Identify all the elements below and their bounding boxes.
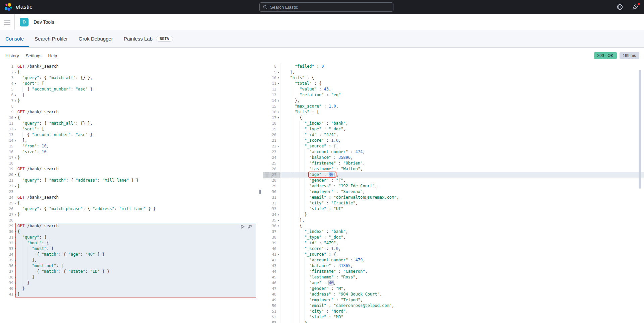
code-line[interactable]: 26 "query": { "match_phrase": { "address… [0, 206, 258, 212]
code-line[interactable]: 37 "_index" : "bank", [263, 229, 644, 235]
fold-toggle-icon[interactable]: ▴ [13, 280, 17, 286]
code-line[interactable]: 46 "age" : 40, [263, 280, 644, 286]
fold-toggle-icon[interactable]: ▾ [276, 252, 280, 257]
code-line[interactable]: 18 [0, 160, 258, 166]
fold-toggle-icon[interactable]: ▾ [13, 229, 17, 235]
pane-resizer[interactable] [258, 64, 263, 323]
code-line[interactable]: 28 "gender" : "F", [263, 178, 644, 183]
code-line[interactable]: 35▴ ], [0, 257, 258, 263]
global-search[interactable] [259, 2, 393, 12]
code-line[interactable]: 8 [0, 104, 258, 109]
code-line[interactable]: 24 "balance" : 35896, [263, 155, 644, 160]
response-scrollbar-thumb[interactable] [639, 70, 641, 189]
code-line[interactable]: 13 "relation" : "eq" [263, 92, 644, 98]
code-line[interactable]: 15 "from": 10, [0, 143, 258, 149]
fold-toggle-icon[interactable]: ▴ [13, 286, 17, 292]
fold-toggle-icon[interactable]: ▾ [276, 115, 280, 121]
code-line[interactable]: 27 "age" : 40, [263, 172, 644, 178]
fold-toggle-icon[interactable]: ▴ [276, 217, 280, 223]
code-line[interactable]: 14▴ ], [0, 138, 258, 143]
code-line[interactable]: 19 "_type" : "_doc", [263, 126, 644, 132]
fold-toggle-icon[interactable]: ▴ [13, 92, 17, 98]
code-line[interactable]: 49 "employer" : "Telpod", [263, 297, 644, 303]
menu-history[interactable]: History [5, 53, 19, 58]
tab-painless-lab[interactable]: Painless LabBETA [118, 30, 178, 47]
code-line[interactable]: 50 "email" : "cameronross@telpod.com", [263, 303, 644, 309]
code-line[interactable]: 11 "query": { "match_all": {} }, [0, 121, 258, 126]
code-line[interactable]: 16 "size": 10 [0, 149, 258, 155]
code-line[interactable]: 8 "failed" : 0 [263, 64, 644, 69]
elastic-logo[interactable]: elastic [0, 3, 33, 11]
help-button[interactable] [616, 4, 623, 10]
code-line[interactable]: 17▴} [0, 155, 258, 160]
space-avatar[interactable]: D [20, 18, 29, 26]
code-line[interactable]: 10▾ "hits" : { [263, 75, 644, 81]
menu-settings[interactable]: Settings [25, 53, 41, 58]
fold-toggle-icon[interactable]: ▴ [13, 98, 17, 104]
newsfeed-button[interactable] [632, 4, 639, 10]
fold-toggle-icon[interactable]: ▴ [13, 274, 17, 280]
code-line[interactable]: 9▴ }, [263, 69, 644, 75]
code-line[interactable]: 40▴ } [0, 286, 258, 292]
code-line[interactable]: 11▾ "total" : { [263, 81, 644, 86]
fold-toggle-icon[interactable]: ▾ [13, 126, 17, 132]
code-line[interactable]: 47 "gender" : "M", [263, 286, 644, 292]
code-line[interactable]: 26 "lastname" : "Walton", [263, 166, 644, 172]
code-line[interactable]: 31 "email" : "obrienwalton@suremax.com", [263, 195, 644, 200]
response-editor[interactable]: 8 "failed" : 09▴ },10▾ "hits" : {11▾ "to… [263, 64, 644, 323]
code-line[interactable]: 3 "query": { "match_all": {} }, [0, 75, 258, 81]
code-line[interactable]: 18 "_index" : "bank", [263, 121, 644, 126]
code-line[interactable]: 23 [0, 189, 258, 195]
code-line[interactable]: 23 "account_number" : 474, [263, 149, 644, 155]
fold-toggle-icon[interactable]: ▾ [13, 172, 17, 178]
fold-toggle-icon[interactable]: ▾ [13, 246, 17, 252]
code-line[interactable]: 41▴} [0, 292, 258, 297]
code-line[interactable]: 6▴ ] [0, 92, 258, 98]
code-line[interactable]: 52 "state" : "MO" [263, 314, 644, 320]
code-line[interactable]: 30 "employer" : "Suremax", [263, 189, 644, 195]
code-line[interactable]: 53 } [263, 320, 644, 323]
fold-toggle-icon[interactable]: ▾ [276, 143, 280, 149]
code-line[interactable]: 38▴ ] [0, 274, 258, 280]
fold-toggle-icon[interactable]: ▾ [13, 69, 17, 75]
code-line[interactable]: 33▾ "must": [ [0, 246, 258, 252]
code-line[interactable]: 22▴} [0, 183, 258, 189]
code-line[interactable]: 25▾{ [0, 200, 258, 206]
code-line[interactable]: 24GET /bank/_search [0, 195, 258, 200]
code-line[interactable]: 19GET /bank/_search [0, 166, 258, 172]
fold-toggle-icon[interactable]: ▾ [13, 240, 17, 246]
fold-toggle-icon[interactable]: ▴ [13, 292, 17, 297]
code-line[interactable]: 30▾{ [0, 229, 258, 235]
fold-toggle-icon[interactable]: ▴ [13, 212, 17, 217]
fold-toggle-icon[interactable]: ▾ [276, 81, 280, 86]
code-line[interactable]: 38 "_type" : "_doc", [263, 235, 644, 240]
fold-toggle-icon[interactable]: ▴ [13, 257, 17, 263]
menu-help[interactable]: Help [48, 53, 57, 58]
code-line[interactable]: 34▴ } [263, 212, 644, 217]
fold-toggle-icon[interactable]: ▾ [276, 223, 280, 229]
code-line[interactable]: 29GET /bank/_search [0, 223, 258, 229]
code-line[interactable]: 32▾ "bool": { [0, 240, 258, 246]
fold-toggle-icon[interactable]: ▴ [13, 138, 17, 143]
tab-search-profiler[interactable]: Search Profiler [29, 30, 73, 47]
fold-toggle-icon[interactable]: ▾ [13, 235, 17, 240]
menu-button[interactable] [0, 14, 15, 30]
code-line[interactable]: 36▾ "must_not": [ [0, 263, 258, 269]
code-line[interactable]: 36▾ { [263, 223, 644, 229]
search-input[interactable] [270, 5, 390, 10]
code-line[interactable]: 20▾{ [0, 172, 258, 178]
fold-toggle-icon[interactable]: ▾ [13, 81, 17, 86]
fold-toggle-icon[interactable]: ▾ [13, 263, 17, 269]
code-line[interactable]: 25 "firstname" : "Obrien", [263, 160, 644, 166]
fold-toggle-icon[interactable]: ▴ [13, 183, 17, 189]
code-line[interactable]: 35▴ }, [263, 217, 644, 223]
code-line[interactable]: 41▾ "_source" : { [263, 252, 644, 257]
fold-toggle-icon[interactable]: ▴ [13, 155, 17, 160]
code-line[interactable]: 12 "value" : 43, [263, 86, 644, 92]
tab-console[interactable]: Console [0, 30, 29, 47]
fold-toggle-icon[interactable]: ▾ [13, 200, 17, 206]
code-line[interactable]: 29 "address" : "192 Ide Court", [263, 183, 644, 189]
fold-toggle-icon[interactable]: ▾ [276, 109, 280, 115]
code-line[interactable]: 28 [0, 217, 258, 223]
code-line[interactable]: 10▾{ [0, 115, 258, 121]
